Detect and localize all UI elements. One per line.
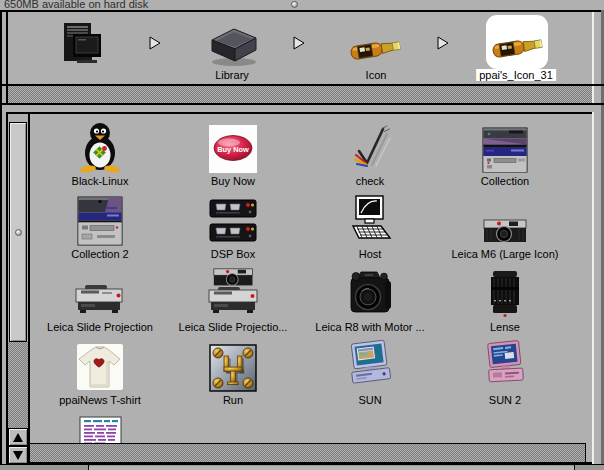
library-box-icon xyxy=(206,22,262,68)
slide-projector-icon xyxy=(73,283,127,319)
file-icon-collection[interactable]: Collection xyxy=(438,120,572,192)
shelf-item-library-label: Library xyxy=(215,69,249,81)
bottle-icon xyxy=(489,26,547,66)
file-icon-buy-now[interactable]: Buy Now Buy Now xyxy=(166,120,300,192)
slr-camera-icon xyxy=(345,269,395,319)
shelf-item-icon-label: Icon xyxy=(366,69,387,81)
file-icon-label: SUN xyxy=(358,394,381,406)
host-computer-icon xyxy=(345,194,395,246)
rangefinder-camera-icon xyxy=(482,214,528,246)
path-arrow-icon xyxy=(436,36,450,50)
down-arrow-icon xyxy=(13,451,23,460)
file-icon-document-partial[interactable] xyxy=(79,416,123,444)
file-icon-label: Host xyxy=(359,248,382,260)
checkmark-icon xyxy=(346,125,394,173)
camera-lens-icon xyxy=(485,269,525,319)
titlebar-dimple-icon xyxy=(291,1,298,8)
buy-now-button-icon: Buy Now xyxy=(209,125,257,173)
vertical-scrollbar-track[interactable] xyxy=(8,342,28,428)
stereo-stack-icon xyxy=(481,127,529,173)
shelf-item-computer[interactable] xyxy=(56,20,106,70)
file-icon-black-linux[interactable]: Black-Linux xyxy=(33,120,167,192)
penguin-icon xyxy=(75,121,125,173)
tshirt-icon xyxy=(75,342,125,392)
file-icon-ppainews-tshirt[interactable]: ppaiNews T-shirt xyxy=(33,339,167,411)
file-icon-label: SUN 2 xyxy=(489,394,521,406)
file-viewer-window: { "titlebar": { "status": "650MB availab… xyxy=(0,0,604,470)
path-arrow-icon xyxy=(292,36,306,50)
document-icon xyxy=(79,416,123,444)
icon-browser: Black-Linux Buy Now Buy Now xyxy=(30,114,592,444)
file-icon-run[interactable]: Run xyxy=(166,339,300,411)
file-icon-label: ppaiNews T-shirt xyxy=(59,394,141,406)
stereo-stack-icon xyxy=(75,196,125,246)
shelf-item-library[interactable] xyxy=(206,22,262,68)
vertical-scrollbar-knob[interactable] xyxy=(9,122,27,342)
bottle-icon xyxy=(347,28,405,68)
panel-right-bevel xyxy=(592,112,594,464)
file-icon-sun[interactable]: SUN xyxy=(303,339,437,411)
shelf: Library Icon xyxy=(2,12,601,84)
file-icon-label: Leica Slide Projection xyxy=(47,321,153,333)
scroll-up-button[interactable] xyxy=(8,428,28,446)
resize-bar-divider xyxy=(88,465,89,470)
resize-bar-middle[interactable] xyxy=(88,466,574,470)
file-icon-label: Black-Linux xyxy=(72,175,129,187)
computer-icon xyxy=(56,20,106,70)
path-arrow-icon xyxy=(148,36,162,50)
file-icon-leica-m6[interactable]: Leica M6 (Large Icon) xyxy=(438,193,572,265)
vertical-scrollbar[interactable] xyxy=(8,114,28,462)
file-icon-host[interactable]: Host xyxy=(303,193,437,265)
file-icon-collection-2[interactable]: Collection 2 xyxy=(33,193,167,265)
up-arrow-icon xyxy=(13,433,23,442)
file-icon-lense[interactable]: Lense xyxy=(438,266,572,338)
shelf-item-ppais-icon-31[interactable] xyxy=(489,26,547,66)
window-resize-bar[interactable] xyxy=(0,464,604,470)
shelf-scrollbar-track[interactable] xyxy=(8,86,592,103)
divider xyxy=(0,103,604,105)
scrollbar-dimple-icon xyxy=(15,229,22,236)
file-icon-label: Lense xyxy=(490,321,520,333)
file-icon-label: Leica M6 (Large Icon) xyxy=(452,248,559,260)
file-icon-dsp-box[interactable]: DSP Box xyxy=(166,193,300,265)
file-icon-label: DSP Box xyxy=(211,248,255,260)
disk-space-status: 650MB available on hard disk xyxy=(4,0,148,10)
file-icon-label: check xyxy=(356,175,385,187)
dsp-box-icon xyxy=(208,198,258,246)
run-plate-icon xyxy=(209,344,257,392)
file-icon-label: Buy Now xyxy=(211,175,255,187)
file-icon-label: Collection xyxy=(481,175,529,187)
shelf-item-ppais-icon-31-label: ppai's_Icon_31 xyxy=(476,69,556,81)
camera-on-projector-icon xyxy=(206,267,260,319)
file-icon-label: Leica R8 with Motor ... xyxy=(315,321,424,333)
svg-text:Buy Now: Buy Now xyxy=(217,145,249,154)
scroll-down-button[interactable] xyxy=(8,446,28,464)
workstation-icon xyxy=(343,340,397,392)
file-icon-label: Collection 2 xyxy=(71,248,128,260)
file-icon-label: Leica Slide Projectio... xyxy=(179,321,288,333)
file-icon-leica-r8[interactable]: Leica R8 with Motor ... xyxy=(303,266,437,338)
file-icon-check[interactable]: check xyxy=(303,120,437,192)
file-icon-leica-slide-projection[interactable]: Leica Slide Projection xyxy=(33,266,167,338)
shelf-item-icon[interactable] xyxy=(347,28,405,68)
file-icon-leica-slide-projection-2[interactable]: Leica Slide Projectio... xyxy=(166,266,300,338)
file-icon-sun-2[interactable]: SUN 2 xyxy=(438,339,572,411)
file-icon-label: Run xyxy=(223,394,243,406)
shelf-right-bevel xyxy=(592,12,594,104)
resize-bar-divider xyxy=(574,465,575,470)
horizontal-scrollbar-track[interactable] xyxy=(30,444,586,462)
workstation-pink-icon xyxy=(478,340,532,392)
status-bar: 650MB available on hard disk xyxy=(0,0,604,10)
